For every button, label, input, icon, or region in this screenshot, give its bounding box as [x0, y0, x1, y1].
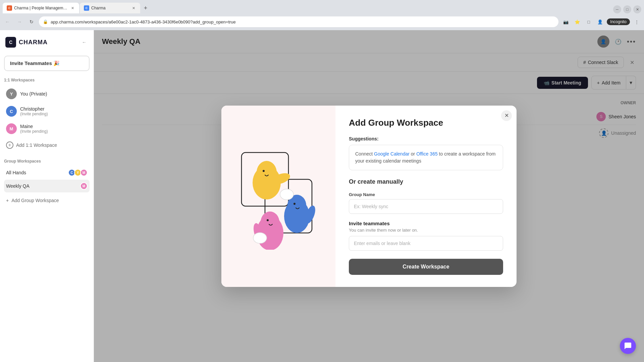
one-on-one-section-label: 1:1 Workspaces — [4, 78, 90, 82]
sidebar: C CHARMA ← Invite Teammates 🎉 1:1 Worksp… — [0, 30, 94, 362]
add-one-on-one-label: Add 1:1 Workspace — [16, 142, 57, 148]
url-text: app.charma.com/workspaces/a6e00ac2-1ac0-… — [51, 19, 554, 24]
sidebar-item-maine[interactable]: M Maine (Invite pending) — [4, 121, 90, 137]
tab-favicon-2: C — [84, 5, 89, 11]
svg-point-8 — [267, 219, 269, 221]
group-section-label: Group Workspaces — [4, 159, 90, 164]
sidebar-item-you-private[interactable]: Y You (Private) — [4, 86, 90, 102]
bookmark-icon[interactable]: ⭐ — [573, 17, 582, 26]
create-workspace-button[interactable]: Create Workspace — [349, 259, 503, 275]
close-icon: ✕ — [504, 112, 509, 119]
tab-favicon-1: C — [7, 5, 12, 11]
maximize-button[interactable]: □ — [623, 5, 631, 13]
invite-teammates-section-label: Invite teammates — [349, 221, 503, 226]
chat-icon — [624, 342, 632, 350]
group-name-input[interactable] — [349, 199, 503, 214]
tab-close-1[interactable]: ✕ — [70, 5, 75, 11]
group-name-weekly-qa: Weekly QA — [6, 183, 77, 189]
group-name-all-hands: All Hands — [6, 170, 65, 175]
user-name-maine: Maine — [20, 124, 48, 129]
suggestion-text-2: or — [410, 151, 416, 157]
profile-icon[interactable]: 👤 — [595, 17, 605, 26]
camera-off-icon: 📷 — [561, 17, 571, 26]
modal-overlay: Add Group Workspace Suggestions: Connect… — [94, 30, 644, 362]
email-input[interactable] — [349, 236, 503, 251]
group-avatars-all-hands: C Y M — [68, 169, 88, 176]
minimize-button[interactable]: ─ — [613, 5, 621, 13]
add-one-on-one-button[interactable]: + Add 1:1 Workspace — [4, 138, 90, 152]
menu-icon[interactable]: ⋮ — [632, 17, 641, 26]
extensions-icon[interactable]: □ — [584, 17, 593, 26]
g-avatar-m: M — [80, 169, 88, 176]
lock-icon: 🔒 — [43, 19, 48, 24]
plus-circle-icon: + — [6, 141, 13, 149]
tab-charma[interactable]: C Charma ✕ — [80, 3, 140, 13]
avatar-maine: M — [6, 123, 17, 134]
invite-sub-text: You can invite them now or later on. — [349, 228, 503, 233]
user-status-maine: (Invite pending) — [20, 129, 48, 134]
modal-title: Add Group Workspace — [349, 118, 503, 128]
sidebar-item-christopher[interactable]: C Christopher (Invite pending) — [4, 103, 90, 119]
modal-right-panel: Add Group Workspace Suggestions: Connect… — [335, 106, 517, 287]
forward-button[interactable]: → — [15, 17, 24, 26]
svg-point-4 — [263, 170, 265, 172]
add-group-workspace-modal: Add Group Workspace Suggestions: Connect… — [221, 106, 517, 287]
modal-wrapper: Add Group Workspace Suggestions: Connect… — [221, 106, 517, 287]
g-avatar-m2: M — [80, 182, 88, 190]
group-item-weekly-qa[interactable]: Weekly QA M — [4, 180, 90, 192]
google-calendar-link[interactable]: Google Calendar — [374, 151, 410, 157]
tab-close-2[interactable]: ✕ — [131, 5, 136, 11]
logo-text: CHARMA — [19, 39, 48, 46]
main-content: Weekly QA 👤 🕐 ••• # Connect Slack ✕ 📹 St… — [94, 30, 644, 362]
tab-title-1: Charma | People Management S... — [14, 6, 68, 10]
avatar-christopher: C — [6, 106, 17, 117]
suggestion-text-1: Connect — [355, 151, 374, 157]
avatar-you: Y — [6, 88, 17, 99]
plus-circle-group-icon: + — [6, 198, 9, 203]
add-group-workspace-button[interactable]: + Add Group Workspace — [4, 194, 90, 206]
modal-illustration-panel — [221, 106, 335, 287]
tab-charma-pm[interactable]: C Charma | People Management S... ✕ — [3, 3, 79, 13]
logo: C CHARMA ← — [4, 36, 90, 49]
tab-title-2: Charma — [91, 6, 106, 10]
user-status-christopher: (Invite pending) — [20, 112, 48, 116]
chat-support-button[interactable] — [620, 338, 636, 354]
browser-chrome: C Charma | People Management S... ✕ C Ch… — [0, 0, 644, 30]
incognito-badge: Incognito — [607, 18, 630, 25]
or-create-label: Or create manually — [349, 178, 503, 185]
modal-illustration — [231, 142, 325, 250]
svg-point-7 — [261, 212, 279, 233]
svg-point-15 — [253, 233, 267, 243]
invite-teammates-button[interactable]: Invite Teammates 🎉 — [4, 56, 90, 71]
reload-button[interactable]: ↻ — [27, 17, 36, 26]
group-item-all-hands[interactable]: All Hands C Y M — [4, 166, 90, 179]
sidebar-toggle-button[interactable]: ← — [80, 38, 88, 46]
logo-icon: C — [5, 37, 16, 48]
office365-link[interactable]: Office 365 — [416, 151, 438, 157]
suggestion-box: Connect Google Calendar or Office 365 to… — [349, 145, 503, 170]
suggestions-label: Suggestions: — [349, 136, 503, 141]
group-avatars-weekly-qa: M — [80, 182, 88, 190]
new-tab-button[interactable]: + — [141, 3, 150, 13]
user-name-you: You (Private) — [20, 91, 47, 97]
svg-point-14 — [280, 189, 293, 200]
add-group-label: Add Group Workspace — [11, 198, 59, 203]
user-name-christopher: Christopher — [20, 106, 48, 112]
modal-close-button[interactable]: ✕ — [501, 110, 512, 121]
app: C CHARMA ← Invite Teammates 🎉 1:1 Worksp… — [0, 30, 644, 362]
close-window-button[interactable]: ✕ — [633, 5, 641, 13]
svg-point-12 — [293, 203, 296, 205]
back-button[interactable]: ← — [3, 17, 12, 26]
address-bar[interactable]: 🔒 app.charma.com/workspaces/a6e00ac2-1ac… — [39, 16, 558, 27]
group-name-label: Group Name — [349, 192, 503, 197]
